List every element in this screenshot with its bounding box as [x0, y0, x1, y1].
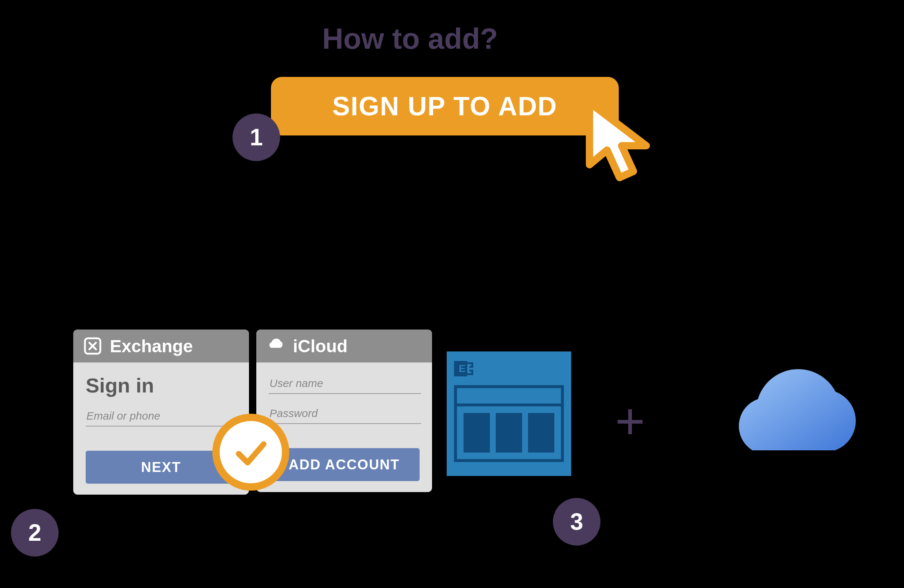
- svg-text:E: E: [459, 363, 466, 374]
- calendar-grid-icon: [454, 385, 564, 462]
- icloud-password-field[interactable]: [269, 403, 421, 424]
- exchange-tile-icon: E: [454, 359, 474, 379]
- exchange-header-label: Exchange: [110, 336, 193, 356]
- step-2-label: 2: [28, 519, 41, 546]
- icloud-add-account-button[interactable]: ADD ACCOUNT: [269, 448, 420, 481]
- exchange-email-field[interactable]: [86, 406, 238, 427]
- exchange-calendar-icon: E: [447, 351, 571, 476]
- icloud-add-account-label: ADD ACCOUNT: [289, 457, 400, 473]
- exchange-icon: [84, 337, 102, 355]
- step-1-label: 1: [250, 124, 263, 151]
- exchange-card-header: Exchange: [73, 329, 249, 362]
- signup-button-label: SIGN UP TO ADD: [332, 91, 558, 121]
- step-1-badge: 1: [232, 114, 280, 161]
- cursor-icon: [582, 99, 663, 196]
- exchange-next-label: NEXT: [141, 460, 181, 475]
- icloud-large-icon: [718, 359, 871, 466]
- icloud-card-header: iCloud: [256, 329, 432, 362]
- success-check-icon: [212, 414, 289, 491]
- icloud-username-field[interactable]: [269, 373, 421, 394]
- step-3-label: 3: [570, 508, 583, 535]
- page-title: How to add?: [322, 22, 498, 56]
- plus-icon: +: [615, 395, 645, 447]
- exchange-signin-label: Sign in: [86, 373, 237, 397]
- step-2-badge: 2: [11, 509, 58, 556]
- icloud-header-label: iCloud: [293, 336, 348, 356]
- step-3-badge: 3: [553, 498, 601, 545]
- signup-button[interactable]: SIGN UP TO ADD: [271, 77, 619, 136]
- cloud-small-icon: [267, 337, 285, 355]
